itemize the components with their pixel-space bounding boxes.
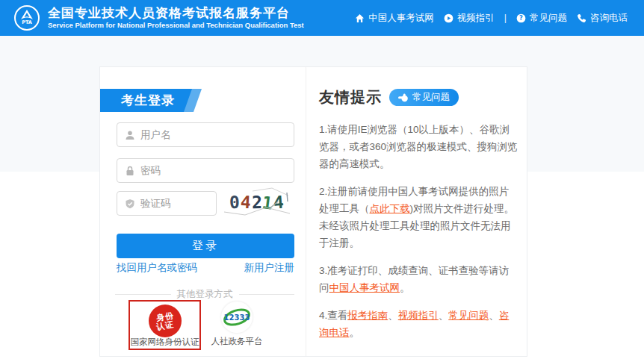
svg-text:12333: 12333: [224, 313, 250, 322]
captcha-image[interactable]: 0 4 2 1 4: [223, 187, 291, 218]
other-login-divider-label: 其他登录方式: [177, 288, 233, 301]
rs-12333-logo-icon: 12333: [221, 302, 253, 333]
login-button[interactable]: 登录: [117, 234, 294, 258]
cpta-site-link[interactable]: 中国人事考试网: [329, 282, 400, 293]
svg-text:?: ?: [519, 14, 523, 22]
page-subtitle: Service Platform for National Profession…: [48, 20, 304, 30]
nav-cpta-site[interactable]: 中国人事考试网: [355, 12, 434, 25]
captcha-digit: 4: [273, 193, 285, 213]
pointing-hand-icon: [398, 93, 409, 102]
platform-logo-icon: PTA: [13, 4, 40, 31]
nav-cpta-label: 中国人事考试网: [368, 12, 434, 25]
user-icon: [125, 130, 135, 140]
tip-item-2: 2.注册前请使用中国人事考试网提供的照片处理工具（点此下载)对照片文件进行处理。…: [319, 183, 518, 252]
tip4-text: 4.查看: [319, 310, 347, 321]
question-icon: ?: [516, 13, 526, 23]
exam-guide-link[interactable]: 报考指南: [347, 310, 388, 321]
platform-title-block: 全国专业技术人员资格考试报名服务平台 Service Platform for …: [48, 6, 304, 30]
nav-faq-label: 常见问题: [530, 12, 567, 25]
tip4-text-post: 。: [350, 327, 360, 338]
tip-item-1: 1.请使用IE浏览器（10以上版本）、谷歌浏览器，或者360浏览器的极速模式、搜…: [319, 121, 518, 172]
captcha-input[interactable]: [140, 198, 216, 209]
nav-video-guide[interactable]: 视频指引: [444, 12, 495, 25]
nav-faq[interactable]: ? 常见问题: [516, 12, 567, 25]
tip3-text-post: 。: [400, 282, 410, 293]
tip4-sep: 、: [439, 310, 449, 321]
password-field[interactable]: [117, 158, 294, 183]
rs-gov-platform-label: 人社政务平台: [205, 336, 268, 347]
play-icon: [444, 13, 453, 23]
tips-title-row: 友情提示 常见问题: [319, 87, 518, 107]
forgot-credentials-link[interactable]: 找回用户名或密码: [117, 261, 197, 275]
captcha-field[interactable]: [117, 191, 217, 216]
username-input[interactable]: [140, 129, 294, 140]
register-link[interactable]: 新用户注册: [244, 261, 295, 275]
password-input[interactable]: [140, 165, 294, 176]
rs-gov-platform-option[interactable]: 12333 人社政务平台: [205, 302, 268, 350]
login-panel: 考生登录 0 4 2 1 4: [100, 67, 306, 356]
download-photo-tool-link[interactable]: 点此下载: [370, 203, 410, 214]
nav-phone[interactable]: 咨询电话: [577, 12, 628, 25]
tip-item-4: 4.查看报考指南、视频指引、常见问题、咨询电话。: [319, 307, 518, 341]
tips-list: 1.请使用IE浏览器（10以上版本）、谷歌浏览器，或者360浏览器的极速模式、搜…: [319, 121, 518, 341]
identity-auth-badge-icon: 身份 认证: [149, 305, 182, 337]
home-icon: [355, 13, 365, 23]
video-guide-link[interactable]: 视频指引: [398, 310, 439, 321]
username-field[interactable]: [117, 122, 294, 147]
shield-check-icon: [125, 199, 135, 209]
other-login-divider: 其他登录方式: [115, 288, 294, 301]
lock-icon: [125, 166, 135, 176]
nav-separator: |: [504, 13, 507, 23]
login-links-row: 找回用户名或密码 新用户注册: [117, 261, 294, 275]
tip4-sep: 、: [388, 310, 398, 321]
page-title: 全国专业技术人员资格考试报名服务平台: [48, 6, 304, 20]
faq-pill-label: 常见问题: [412, 91, 450, 104]
captcha-digits: 0 4 2 1 4: [229, 193, 285, 212]
tip4-sep: 、: [489, 310, 499, 321]
tip-item-3: 3.准考证打印、成绩查询、证书查验等请访问中国人事考试网。: [319, 262, 518, 296]
main-card: 考生登录 0 4 2 1 4: [99, 66, 527, 357]
nav-phone-label: 咨询电话: [590, 12, 628, 25]
tip1-text: 1.请使用IE浏览器（10以上版本）、谷歌浏览器，或者360浏览器的极速模式、搜…: [319, 124, 518, 169]
tips-panel: 友情提示 常见问题 1.请使用IE浏览器（10以上版本）、谷歌浏览器，或者360…: [306, 67, 528, 356]
faq-link[interactable]: 常见问题: [448, 310, 489, 321]
tips-title: 友情提示: [319, 87, 382, 107]
faq-pill-button[interactable]: 常见问题: [389, 89, 459, 106]
phone-icon: [577, 13, 586, 23]
captcha-digit: 0: [229, 193, 241, 213]
login-panel-banner: 考生登录: [100, 89, 212, 112]
top-nav: 中国人事考试网 视频指引 | ? 常见问题 咨询电话: [355, 12, 628, 25]
login-panel-title: 考生登录: [121, 89, 175, 112]
captcha-digit: 4: [240, 193, 252, 213]
identity-auth-option[interactable]: 身份 认证 国家网络身份认证: [129, 300, 201, 350]
identity-auth-label: 国家网络身份认证: [131, 337, 199, 348]
nav-video-label: 视频指引: [457, 12, 495, 25]
app-header: PTA 全国专业技术人员资格考试报名服务平台 Service Platform …: [0, 0, 644, 36]
svg-text:PTA: PTA: [22, 19, 32, 25]
